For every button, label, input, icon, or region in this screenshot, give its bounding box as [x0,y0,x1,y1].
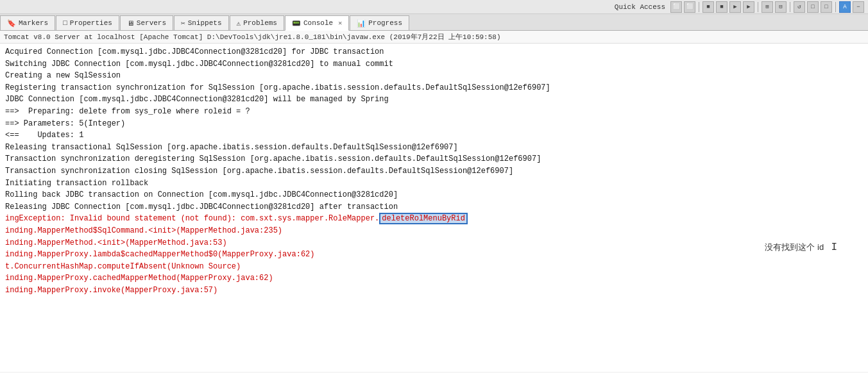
toolbar-btn-3[interactable]: ■ [702,1,714,13]
snippets-icon: ✂ [181,19,185,28]
tab-properties-label: Properties [70,19,112,27]
log-line-0: Acquired Connection [com.mysql.jdbc.JDBC… [5,46,863,58]
log-line-13: Releasing JDBC Connection [com.mysql.jdb… [5,201,468,213]
tab-servers[interactable]: 🖥 Servers [120,15,173,30]
tab-markers[interactable]: 🔖 Markers [0,15,55,30]
toolbar-btn-7[interactable]: ⊞ [762,1,773,13]
toolbar-icons: ⬜ ⬜ ■ ■ ▶ ▶ ⊞ ⊟ ↺ □ □ A − [670,1,864,13]
tab-bar: 🔖 Markers □ Properties 🖥 Servers ✂ Snipp… [0,14,868,31]
log-line-2: Creating a new SqlSession [5,70,863,82]
log-line-16: inding.MapperMethod.<init>(MapperMethod.… [5,237,468,249]
toolbar-btn-8[interactable]: ⊟ [775,1,787,13]
log-line-12: Rolling back JDBC transaction on Connect… [5,189,863,201]
markers-icon: 🔖 [7,19,16,28]
log-line-15: inding.MapperMethod$SqlCommand.<init>(Ma… [5,225,468,237]
log-line-18: t.ConcurrentHashMap.computeIfAbsent(Unkn… [5,261,468,273]
toolbar-btn-blue-1[interactable]: A [839,1,851,13]
log-line-5: ==> Preparing: delete from sys_role wher… [5,106,863,118]
toolbar-btn-12[interactable]: − [853,1,864,13]
log-line-19: inding.MapperProxy.cachedMapperMethod(Ma… [5,272,468,285]
toolbar-btn-4[interactable]: ■ [716,1,728,13]
quick-access-label: Quick Access [615,3,665,11]
tab-progress[interactable]: 📊 Progress [350,15,409,30]
toolbar-btn-6[interactable]: ▶ [743,1,754,13]
toolbar-sep-3 [790,2,790,12]
tab-servers-label: Servers [137,19,166,27]
console-icon: 📟 [292,19,301,28]
toolbar-btn-5[interactable]: ▶ [729,1,741,13]
servers-icon: 🖥 [127,19,134,28]
log-line-1: Switching JDBC Connection [com.mysql.jdb… [5,58,863,70]
toolbar-sep-1 [699,2,699,12]
log-line-4: JDBC Connection [com.mysql.jdbc.JDBC4Con… [5,94,863,106]
cursor-icon: I [831,242,837,253]
toolbar-btn-2[interactable]: ⬜ [684,1,695,13]
tab-problems[interactable]: ⚠ Problems [230,15,284,30]
console-area[interactable]: Acquired Connection [com.mysql.jdbc.JDBC… [0,44,868,372]
console-tab-close[interactable]: ✕ [338,19,342,27]
log-line-14: ingException: Invalid bound statement (n… [5,213,468,225]
log-line-10: Transaction synchronization closing SqlS… [5,165,863,178]
log-line-8: Releasing transactional SqlSession [org.… [5,142,863,154]
toolbar-sep-4 [835,2,836,12]
tab-progress-label: Progress [368,19,402,27]
problems-icon: ⚠ [237,19,241,28]
toolbar-btn-1[interactable]: ⬜ [670,1,682,13]
log-line-9: Transaction synchronization deregisterin… [5,153,863,165]
tab-snippets-label: Snippets [188,19,222,27]
top-bar: Quick Access ⬜ ⬜ ■ ■ ▶ ▶ ⊞ ⊟ ↺ □ □ A − [0,0,868,14]
comment-annotation: 没有找到这个 id [765,242,824,252]
properties-icon: □ [63,19,67,27]
tab-problems-label: Problems [243,19,277,27]
tab-markers-label: Markers [19,19,48,27]
highlight-method: deleteRolMenuByRid [379,213,468,224]
server-info-text: Tomcat v8.0 Server at localhost [Apache … [4,32,501,42]
progress-icon: 📊 [357,19,366,28]
tab-properties[interactable]: □ Properties [56,15,119,30]
log-line-6: ==> Parameters: 5(Integer) [5,118,863,130]
toolbar-btn-11[interactable]: □ [821,1,832,13]
toolbar-sep-2 [758,2,758,12]
tab-console[interactable]: 📟 Console ✕ [285,15,349,31]
log-line-20: inding.MapperProxy.invoke(MapperProxy.ja… [5,285,468,297]
toolbar-btn-10[interactable]: □ [807,1,819,13]
tab-snippets[interactable]: ✂ Snippets [174,15,228,30]
tab-console-label: Console [303,19,333,27]
log-line-11: Initiating transaction rollback [5,178,863,190]
log-line-17: inding.MapperProxy.lambda$cachedMapperMe… [5,249,468,261]
server-bar: Tomcat v8.0 Server at localhost [Apache … [0,31,868,44]
log-line-3: Registering transaction synchronization … [5,82,863,94]
log-line-7: <== Updates: 1 [5,129,863,142]
toolbar-btn-9[interactable]: ↺ [794,1,805,13]
